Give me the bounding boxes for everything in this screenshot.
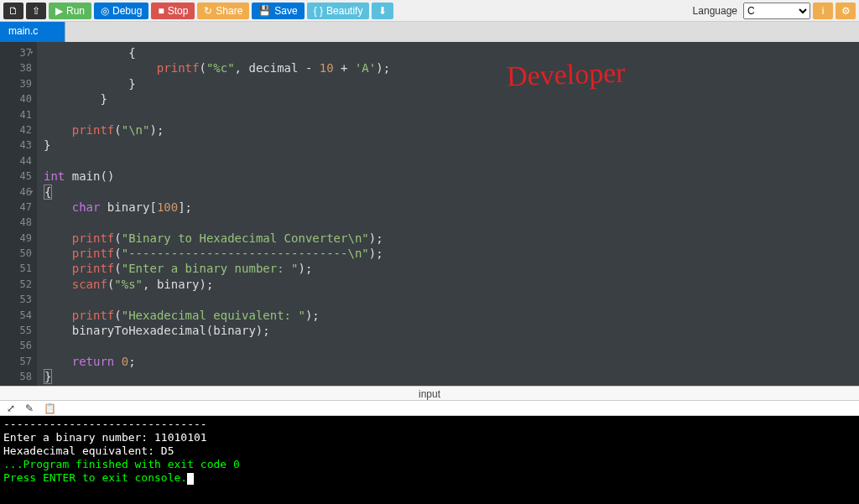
code-line[interactable]: printf("-------------------------------\… bbox=[44, 246, 859, 261]
code-line[interactable]: } bbox=[44, 369, 859, 384]
console-line: Enter a binary number: 11010101 bbox=[3, 431, 856, 444]
expand-icon[interactable]: ⤢ bbox=[7, 403, 15, 414]
debug-button[interactable]: ◎Debug bbox=[94, 3, 148, 19]
code-line[interactable]: scanf("%s", binary); bbox=[44, 277, 859, 292]
beautify-button[interactable]: { }Beautify bbox=[307, 3, 370, 19]
console-output[interactable]: -------------------------------Enter a b… bbox=[0, 416, 859, 504]
input-section-header[interactable]: input bbox=[0, 386, 859, 401]
code-line[interactable]: { bbox=[44, 45, 859, 60]
console-line: ...Program finished with exit code 0 bbox=[3, 458, 856, 471]
console-line: Hexadecimal equivalent: D5 bbox=[3, 444, 856, 458]
code-line[interactable]: } bbox=[44, 138, 859, 153]
upload-button[interactable]: ⇧ bbox=[26, 3, 46, 19]
run-button[interactable]: ▶Run bbox=[49, 3, 91, 19]
toolbar: 🗋 ⇧ ▶Run ◎Debug ■Stop ↻Share 💾Save { }Be… bbox=[0, 0, 859, 22]
copy-icon[interactable]: 📋 bbox=[44, 403, 56, 414]
console-controls: ⤢ ✎ 📋 bbox=[0, 401, 859, 416]
code-line[interactable]: printf("Hexadecimal equivalent: "); bbox=[44, 308, 859, 323]
line-gutter: 3738394041424344454647484950515253545556… bbox=[0, 42, 37, 386]
code-line[interactable]: printf("Enter a binary number: "); bbox=[44, 261, 859, 276]
code-line[interactable] bbox=[44, 215, 859, 230]
code-line[interactable]: } bbox=[44, 76, 859, 91]
tab-bar: main.c bbox=[0, 22, 859, 42]
code-line[interactable] bbox=[44, 338, 859, 353]
code-line[interactable]: printf("%c", decimal - 10 + 'A'); bbox=[44, 60, 859, 75]
language-label: Language bbox=[693, 5, 737, 17]
new-file-button[interactable]: 🗋 bbox=[3, 3, 23, 19]
language-select[interactable]: C bbox=[743, 3, 810, 19]
code-line[interactable]: int main() bbox=[44, 169, 859, 184]
gear-icon: ⚙ bbox=[841, 5, 851, 17]
code-line[interactable] bbox=[44, 292, 859, 307]
code-line[interactable] bbox=[44, 153, 859, 169]
tab-main-c[interactable]: main.c bbox=[0, 22, 65, 42]
code-line[interactable]: printf("Binary to Hexadecimal Converter\… bbox=[44, 231, 859, 246]
play-icon: ▶ bbox=[55, 5, 63, 17]
info-button[interactable]: i bbox=[813, 3, 833, 19]
share-button[interactable]: ↻Share bbox=[197, 3, 249, 19]
info-icon: i bbox=[822, 5, 825, 17]
erase-icon[interactable]: ✎ bbox=[25, 403, 34, 414]
save-icon: 💾 bbox=[258, 5, 271, 17]
upload-icon: ⇧ bbox=[32, 5, 40, 17]
save-button[interactable]: 💾Save bbox=[252, 3, 304, 19]
code-line[interactable]: printf("\n"); bbox=[44, 122, 859, 138]
console-line: Press ENTER to exit console. bbox=[3, 471, 856, 485]
file-icon: 🗋 bbox=[8, 5, 18, 17]
download-icon: ⬇ bbox=[378, 5, 387, 17]
code-line[interactable]: binaryToHexadecimal(binary); bbox=[44, 323, 859, 338]
code-editor[interactable]: 3738394041424344454647484950515253545556… bbox=[0, 42, 859, 386]
settings-button[interactable]: ⚙ bbox=[836, 3, 856, 19]
braces-icon: { } bbox=[314, 5, 323, 17]
stop-icon: ■ bbox=[158, 5, 164, 17]
code-line[interactable]: { bbox=[44, 184, 859, 200]
code-line[interactable] bbox=[44, 107, 859, 122]
code-line[interactable]: return 0; bbox=[44, 354, 859, 369]
code-line[interactable]: } bbox=[44, 91, 859, 107]
download-button[interactable]: ⬇ bbox=[372, 3, 393, 19]
share-icon: ↻ bbox=[204, 5, 212, 17]
target-icon: ◎ bbox=[101, 5, 109, 17]
annotation-developer: Developer bbox=[506, 57, 626, 93]
code-line[interactable]: char binary[100]; bbox=[44, 200, 859, 215]
console-line: ------------------------------- bbox=[3, 418, 856, 431]
code-area[interactable]: Developer { printf("%c", decimal - 10 + … bbox=[37, 42, 859, 386]
stop-button[interactable]: ■Stop bbox=[151, 3, 195, 19]
